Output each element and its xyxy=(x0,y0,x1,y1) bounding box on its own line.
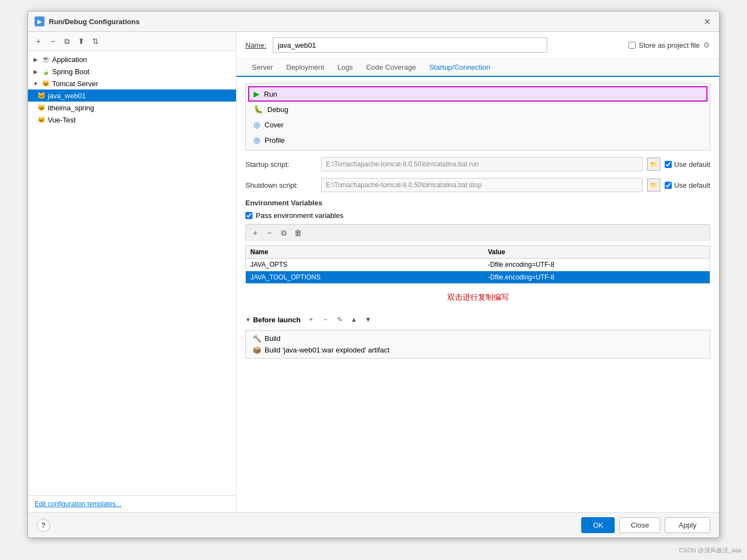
left-toolbar: + − ⧉ ⬆ ⇅ xyxy=(28,32,236,51)
run-mode-cover[interactable]: ◎ Cover xyxy=(248,117,707,132)
edit-templates-link[interactable]: Edit configuration templates... xyxy=(28,495,236,512)
itheima-spring-icon: 🐱 xyxy=(37,103,46,112)
tomcat-label: Tomcat Server xyxy=(52,80,98,88)
copy-config-button[interactable]: ⧉ xyxy=(61,35,73,47)
pass-env-label: Pass environment variables xyxy=(256,211,344,220)
build-label: Build xyxy=(265,334,280,343)
before-launch-items: 🔨 Build 📦 Build 'java-web01:war exploded… xyxy=(245,330,710,359)
tree-group-application[interactable]: ▶ ☕ Application xyxy=(28,53,236,65)
add-config-button[interactable]: + xyxy=(32,35,44,47)
env-add-button[interactable]: + xyxy=(249,227,261,239)
tab-server[interactable]: Server xyxy=(245,59,279,77)
startup-use-default-checkbox[interactable] xyxy=(665,161,672,168)
dialog-footer: ? OK Close Apply xyxy=(28,512,719,537)
before-launch-collapse[interactable]: ▼ Before launch xyxy=(245,316,301,324)
env-col-value: Value xyxy=(484,246,710,259)
bl-remove-button[interactable]: − xyxy=(319,313,332,326)
config-tabs: Server Deployment Logs Code Coverage Sta… xyxy=(237,59,719,77)
debug-icon: 🐛 xyxy=(254,105,263,114)
title-bar-left: ▶ Run/Debug Configurations xyxy=(35,16,139,26)
env-variables-section: Environment Variables Pass environment v… xyxy=(245,199,710,307)
env-title: Environment Variables xyxy=(245,199,710,207)
watermark: CSDN @清风傲况_aaa xyxy=(679,546,742,555)
env-row-java-tool-options[interactable]: JAVA_TOOL_OPTIONS -Dfile.encoding=UTF-8 xyxy=(246,271,710,284)
remove-config-button[interactable]: − xyxy=(47,35,59,47)
tab-startup-connection[interactable]: Startup/Connection xyxy=(423,59,497,77)
tab-logs[interactable]: Logs xyxy=(331,59,360,77)
move-config-button[interactable]: ⬆ xyxy=(75,35,87,47)
pass-env-checkbox[interactable] xyxy=(245,212,252,219)
store-checkbox-input[interactable] xyxy=(628,42,636,49)
config-tree: ▶ ☕ Application ▶ 🍃 Spring Boot ▼ 🐱 Tomc… xyxy=(28,51,236,495)
help-button[interactable]: ? xyxy=(37,519,50,532)
right-panel: Name: Store as project file ⚙ Server Dep… xyxy=(237,32,719,512)
before-launch-collapse-icon: ▼ xyxy=(245,317,251,323)
tree-group-spring-boot[interactable]: ▶ 🍃 Spring Boot xyxy=(28,65,236,77)
dialog-body: + − ⧉ ⬆ ⇅ ▶ ☕ Application ▶ 🍃 Spring Boo… xyxy=(28,32,719,512)
left-panel: + − ⧉ ⬆ ⇅ ▶ ☕ Application ▶ 🍃 Spring Boo… xyxy=(28,32,237,512)
dialog-icon: ▶ xyxy=(35,16,44,26)
run-mode-profile-label: Profile xyxy=(265,136,285,144)
java-web01-label: java_web01 xyxy=(48,92,86,100)
title-bar: ▶ Run/Debug Configurations ✕ xyxy=(28,12,719,32)
store-as-project-file: Store as project file ⚙ xyxy=(628,41,710,49)
run-mode-run-label: Run xyxy=(264,90,277,98)
itheima-spring-label: itheima_spring xyxy=(48,104,94,112)
run-mode-profile[interactable]: ◎ Profile xyxy=(248,132,707,148)
apply-button[interactable]: Apply xyxy=(665,517,710,533)
application-group-icon: ☕ xyxy=(41,55,50,64)
gear-icon[interactable]: ⚙ xyxy=(703,41,710,49)
shutdown-script-row: Shutdown script: 📁 Use default xyxy=(245,178,710,192)
shutdown-use-default-label: Use default xyxy=(674,181,710,189)
name-input[interactable] xyxy=(273,37,547,53)
env-toolbar: + − ⧉ 🗑 xyxy=(245,224,710,241)
expand-icon-spring-boot: ▶ xyxy=(32,69,39,75)
env-copy-button[interactable]: ⧉ xyxy=(278,227,290,239)
startup-use-default-label: Use default xyxy=(674,160,710,169)
close-button[interactable]: ✕ xyxy=(701,16,712,27)
before-launch-section: ▼ Before launch + − ✎ ▲ ▼ 🔨 xyxy=(245,313,710,359)
run-mode-cover-label: Cover xyxy=(265,121,284,129)
env-remove-button[interactable]: − xyxy=(263,227,276,239)
spring-boot-label: Spring Boot xyxy=(52,68,89,76)
tab-deployment[interactable]: Deployment xyxy=(279,59,330,77)
tree-item-java-web01[interactable]: 🐱 java_web01 xyxy=(28,89,236,102)
tree-item-itheima-spring[interactable]: 🐱 itheima_spring xyxy=(28,102,236,114)
run-arrow-icon: ▶ xyxy=(254,89,260,98)
shutdown-use-default-checkbox[interactable] xyxy=(665,182,672,189)
shutdown-script-label: Shutdown script: xyxy=(245,181,317,189)
bl-up-button[interactable]: ▲ xyxy=(348,313,360,326)
shutdown-use-default: Use default xyxy=(665,181,710,189)
run-mode-list: ▶ Run 🐛 Debug ◎ Cover ◎ Profile xyxy=(245,83,710,150)
spring-boot-icon: 🍃 xyxy=(41,67,50,76)
name-row: Name: Store as project file ⚙ xyxy=(237,32,719,59)
dialog-title: Run/Debug Configurations xyxy=(49,18,139,26)
startup-script-browse-button[interactable]: 📁 xyxy=(647,158,660,171)
footer-right: OK Close Apply xyxy=(581,517,710,533)
env-delete-button[interactable]: 🗑 xyxy=(292,227,304,239)
shutdown-script-browse-button[interactable]: 📁 xyxy=(647,178,660,192)
close-dialog-button[interactable]: Close xyxy=(619,517,660,533)
name-label: Name: xyxy=(245,41,266,49)
tab-code-coverage[interactable]: Code Coverage xyxy=(360,59,423,77)
before-item-artifact[interactable]: 📦 Build 'java-web01:war exploded' artifa… xyxy=(250,344,705,356)
env-java-opts-name: JAVA_OPTS xyxy=(246,259,484,271)
sort-config-button[interactable]: ⇅ xyxy=(89,35,102,47)
before-launch-title: Before launch xyxy=(253,316,301,324)
tree-group-tomcat[interactable]: ▼ 🐱 Tomcat Server xyxy=(28,77,236,89)
run-mode-debug[interactable]: 🐛 Debug xyxy=(248,102,707,117)
tree-item-vue-test[interactable]: 🐱 Vue-Test xyxy=(28,114,236,126)
startup-script-input[interactable] xyxy=(321,157,643,171)
bl-add-button[interactable]: + xyxy=(305,313,317,326)
ok-button[interactable]: OK xyxy=(581,517,615,533)
shutdown-script-input[interactable] xyxy=(321,178,643,192)
run-mode-run[interactable]: ▶ Run xyxy=(248,86,707,102)
before-item-build[interactable]: 🔨 Build xyxy=(250,333,705,344)
footer-left: ? xyxy=(37,519,50,532)
env-hint: 双击进行复制编写 xyxy=(245,288,710,307)
bl-down-button[interactable]: ▼ xyxy=(362,313,374,326)
expand-icon-tomcat: ▼ xyxy=(32,81,39,87)
bl-edit-button[interactable]: ✎ xyxy=(334,313,346,326)
build-icon: 🔨 xyxy=(252,334,261,343)
env-row-java-opts[interactable]: JAVA_OPTS -Dfile.encoding=UTF-8 xyxy=(246,259,710,271)
